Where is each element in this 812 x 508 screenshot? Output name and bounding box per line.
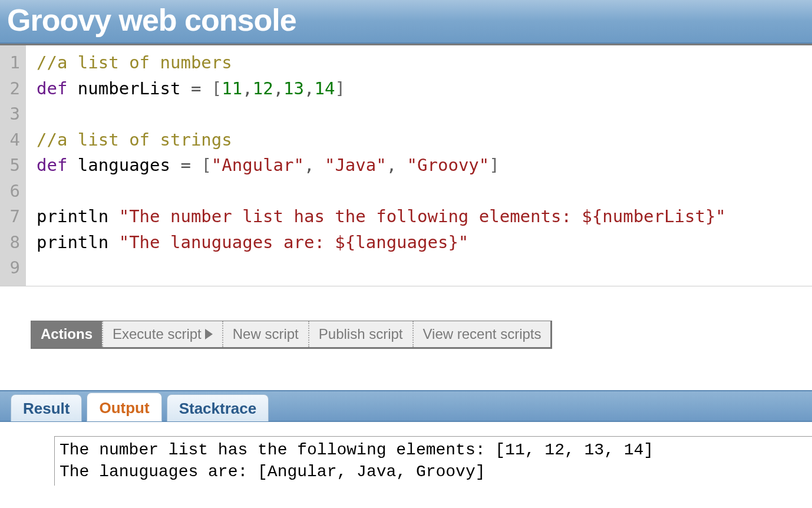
code-line: [37, 255, 812, 281]
line-number: 8: [4, 230, 20, 256]
code-token-number: 14: [315, 78, 335, 98]
line-number: 7: [4, 204, 20, 230]
code-token-punct: ,: [273, 78, 283, 98]
code-line: [37, 179, 812, 204]
line-number: 4: [4, 127, 20, 153]
code-editor[interactable]: 123456789 //a list of numbersdef numberL…: [0, 44, 812, 286]
code-token-number: 12: [253, 78, 273, 98]
code-token-space: [108, 232, 118, 252]
code-line: println "The number list has the followi…: [37, 204, 812, 230]
play-icon: [205, 329, 213, 339]
code-token-punct: =: [170, 155, 201, 175]
line-number: 2: [4, 76, 20, 102]
execute-script-label: Execute script: [113, 326, 202, 342]
code-token-string: "The number list has the following eleme…: [119, 206, 726, 226]
code-line: def languages = ["Angular", "Java", "Gro…: [37, 153, 812, 179]
code-line: [37, 101, 812, 127]
code-line: println "The lanuguages are: ${languages…: [37, 230, 812, 256]
tab-result[interactable]: Result: [11, 394, 82, 421]
publish-script-button[interactable]: Publish script: [308, 321, 412, 347]
code-token-punct: =: [180, 78, 211, 98]
code-token-string: "Java": [325, 155, 387, 175]
code-line: //a list of strings: [37, 127, 812, 153]
code-token-identifier: println: [37, 232, 108, 252]
code-token-bracket: [: [201, 155, 211, 175]
tab-output[interactable]: Output: [87, 392, 161, 421]
line-number: 6: [4, 179, 20, 204]
execute-script-button[interactable]: Execute script: [102, 321, 222, 347]
line-number: 5: [4, 153, 20, 179]
code-token-number: 11: [222, 78, 242, 98]
code-line: def numberList = [11,12,13,14]: [37, 76, 812, 102]
new-script-button[interactable]: New script: [222, 321, 308, 347]
code-line: //a list of numbers: [37, 50, 812, 76]
app-header: Groovy web console: [0, 0, 812, 44]
line-number: 9: [4, 255, 20, 281]
code-token-punct: ,: [304, 78, 314, 98]
actions-label: Actions: [31, 321, 102, 347]
code-token-identifier: println: [37, 206, 108, 226]
code-token-keyword: def: [37, 155, 67, 175]
line-number: 3: [4, 101, 20, 127]
code-token-identifier: languages: [78, 155, 170, 175]
output-panel: Result Output Stacktrace The number list…: [0, 390, 812, 486]
code-token-string: "Angular": [212, 155, 304, 175]
code-token-string: "The lanuguages are: ${languages}": [119, 232, 469, 252]
view-recent-scripts-button[interactable]: View recent scripts: [412, 321, 551, 347]
code-token-punct: ,: [387, 155, 407, 175]
output-body: The number list has the following elemen…: [0, 422, 812, 486]
code-token-string: "Groovy": [407, 155, 490, 175]
code-content[interactable]: //a list of numbersdef numberList = [11,…: [26, 45, 812, 286]
code-token-keyword: def: [37, 78, 67, 98]
line-number: 1: [4, 50, 20, 76]
code-token-bracket: [: [212, 78, 222, 98]
line-number-gutter: 123456789: [0, 45, 26, 286]
code-token-comment: //a list of strings: [37, 130, 232, 150]
code-token-space: [108, 206, 118, 226]
code-token-bracket: ]: [489, 155, 499, 175]
actions-toolbar: Actions Execute script New script Publis…: [31, 321, 552, 349]
output-text: The number list has the following elemen…: [54, 436, 812, 486]
code-token-number: 13: [283, 78, 304, 98]
code-token-comment: //a list of numbers: [37, 52, 232, 72]
app-title: Groovy web console: [7, 2, 805, 38]
output-tab-strip: Result Output Stacktrace: [0, 390, 812, 422]
tab-stacktrace[interactable]: Stacktrace: [167, 394, 269, 421]
code-token-bracket: ]: [335, 78, 345, 98]
code-token-punct: ,: [304, 155, 325, 175]
code-token-identifier: numberList: [78, 78, 181, 98]
code-token-punct: ,: [242, 78, 252, 98]
